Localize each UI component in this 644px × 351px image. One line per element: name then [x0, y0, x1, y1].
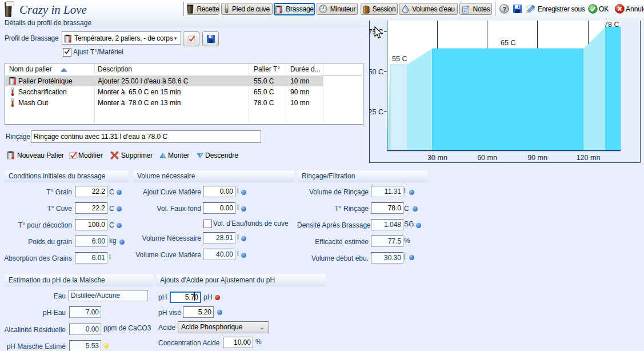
svg-text:55 C: 55 C	[392, 55, 407, 63]
svg-text:65 C: 65 C	[501, 39, 515, 47]
svg-text:60 mn: 60 mn	[477, 154, 497, 162]
svg-text:30 mn: 30 mn	[427, 154, 447, 162]
svg-text:?: ?	[502, 6, 506, 13]
svg-text:25 C: 25 C	[370, 108, 383, 116]
svg-text:78 C: 78 C	[604, 21, 619, 29]
svg-text:50 C: 50 C	[370, 68, 383, 76]
svg-text:90 mn: 90 mn	[527, 154, 547, 162]
svg-text:120 mn: 120 mn	[577, 154, 601, 162]
